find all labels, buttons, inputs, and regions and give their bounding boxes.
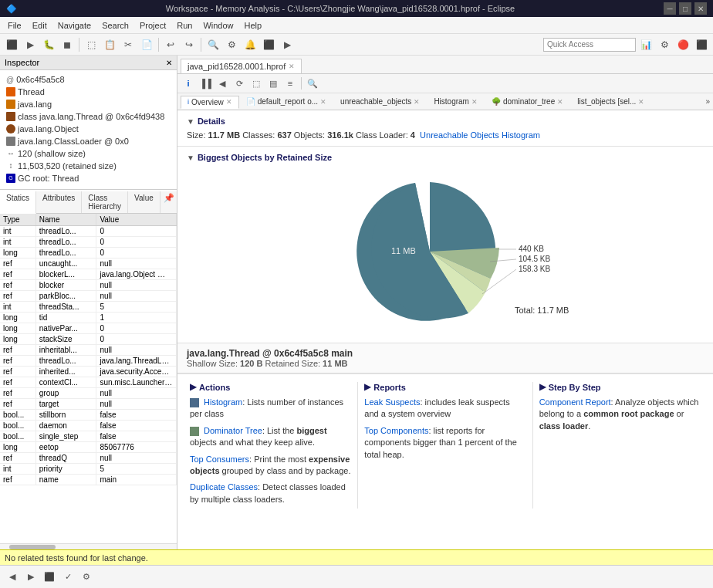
inner-tab-dominator-close[interactable]: ✕: [557, 98, 563, 106]
inner-tab-list-objects[interactable]: list_objects [sel... ✕: [570, 95, 651, 108]
hprof-btn-search[interactable]: 🔍: [305, 76, 320, 91]
h-scrollbar-thumb[interactable]: [9, 545, 56, 549]
table-row[interactable]: intthreadLo...0: [0, 226, 177, 237]
table-row[interactable]: longnativePar...0: [0, 323, 177, 334]
tab-class-hierarchy[interactable]: Class Hierarchy: [82, 191, 128, 213]
toolbar-btn-alert[interactable]: 🔴: [674, 36, 691, 53]
tab-value[interactable]: Value: [128, 191, 161, 213]
toolbar-btn-4[interactable]: ◼: [59, 36, 76, 53]
table-row[interactable]: bool...stillbornfalse: [0, 410, 177, 421]
toolbar-btn-15[interactable]: ▶: [279, 36, 296, 53]
table-row[interactable]: bool...single_stepfalse: [0, 431, 177, 442]
bottom-btn-settings[interactable]: ⚙: [79, 569, 94, 585]
menu-run[interactable]: Run: [172, 19, 197, 32]
menu-project[interactable]: Project: [135, 19, 171, 32]
statics-pin-icon[interactable]: 📌: [161, 191, 177, 213]
menu-help[interactable]: Help: [240, 19, 267, 32]
file-tab[interactable]: java_pid16528.0001.hprof ✕: [181, 59, 302, 73]
menu-file[interactable]: File: [3, 19, 26, 32]
table-row[interactable]: longtid1: [0, 313, 177, 323]
table-row[interactable]: refcontextCl...sun.misc.Launcher$AppCl..…: [0, 377, 177, 388]
table-row[interactable]: longstackSize0: [0, 334, 177, 345]
table-row[interactable]: intpriority5: [0, 464, 177, 475]
tree-item-hex[interactable]: @ 0x6c4f5a5c8: [0, 73, 177, 86]
inner-tab-overview[interactable]: i Overview ✕: [181, 96, 239, 109]
table-row[interactable]: refparkBloc...null: [0, 291, 177, 302]
inner-tab-unreachable[interactable]: unreachable_objects ✕: [333, 95, 427, 108]
toolbar-btn-1[interactable]: ⬛: [3, 36, 20, 53]
tree-item-thread[interactable]: Thread: [0, 86, 177, 98]
inner-tab-histogram-close[interactable]: ✕: [471, 98, 478, 106]
table-row[interactable]: refinheritabl...null: [0, 345, 177, 356]
table-row[interactable]: bool...daemonfalse: [0, 421, 177, 431]
inner-tab-unreachable-close[interactable]: ✕: [414, 98, 420, 106]
tree-item-object[interactable]: java.lang.Object: [0, 123, 177, 135]
bottom-btn-back[interactable]: ◀: [5, 569, 20, 585]
table-row[interactable]: refnamemain: [0, 475, 177, 485]
table-row[interactable]: refuncaught...null: [0, 259, 177, 269]
table-row[interactable]: longthreadLo...0: [0, 248, 177, 259]
leak-suspects-link[interactable]: Leak Suspects: [364, 397, 420, 407]
toolbar-btn-close[interactable]: ⬛: [693, 36, 710, 53]
toolbar-btn-11[interactable]: 🔍: [204, 36, 221, 53]
toolbar-btn-14[interactable]: ⬛: [260, 36, 277, 53]
inner-tab-more[interactable]: »: [705, 97, 710, 106]
tab-statics[interactable]: Statics: [0, 191, 36, 214]
bottom-btn-forward[interactable]: ▶: [23, 569, 39, 585]
bottom-btn-check[interactable]: ✓: [60, 569, 76, 585]
toolbar-btn-10[interactable]: ↪: [181, 36, 198, 53]
tree-item-javalang[interactable]: java.lang: [0, 98, 177, 110]
menu-edit[interactable]: Edit: [28, 19, 52, 32]
toolbar-btn-2[interactable]: ▶: [22, 36, 39, 53]
inner-tab-default-report[interactable]: 📄 default_report o... ✕: [239, 95, 333, 108]
table-row[interactable]: longeetop85067776: [0, 442, 177, 453]
tree-item-classloader[interactable]: java.lang.ClassLoader @ 0x0: [0, 135, 177, 147]
hprof-btn-refresh[interactable]: ⟳: [231, 76, 247, 91]
table-row[interactable]: intthreadSta...5: [0, 302, 177, 313]
toolbar-btn-perspective[interactable]: 📊: [637, 36, 654, 53]
table-row[interactable]: refblockernull: [0, 280, 177, 291]
hprof-btn-list[interactable]: ▤: [265, 76, 281, 91]
tree-item-retained[interactable]: ↕ 11,503,520 (retained size): [0, 160, 177, 172]
details-toggle[interactable]: ▼: [187, 117, 194, 126]
tab-attributes[interactable]: Attributes: [36, 191, 82, 213]
quick-access-input[interactable]: [543, 38, 636, 52]
bottom-btn-stop[interactable]: ⬛: [42, 569, 57, 585]
menu-search[interactable]: Search: [97, 19, 133, 32]
table-row[interactable]: refblockerL...java.lang.Object @ 0x6c4: [0, 269, 177, 280]
duplicate-link[interactable]: Duplicate Classes: [190, 482, 258, 492]
toolbar-btn-6[interactable]: 📋: [101, 36, 118, 53]
table-row[interactable]: intthreadLo...0: [0, 237, 177, 248]
inner-tab-overview-close[interactable]: ✕: [226, 98, 232, 106]
minimize-button[interactable]: ─: [664, 2, 676, 15]
toolbar-btn-12[interactable]: ⚙: [223, 36, 240, 53]
details-unreachable-link[interactable]: Unreachable Objects Histogram: [420, 130, 540, 140]
component-report-link[interactable]: Component Report: [539, 397, 611, 407]
toolbar-btn-5[interactable]: ⬚: [83, 36, 100, 53]
table-row[interactable]: refinherited...java.security.AccessContr…: [0, 367, 177, 377]
toolbar-btn-mem[interactable]: ⚙: [656, 36, 673, 53]
tree-item-shallow[interactable]: ↔ 120 (shallow size): [0, 147, 177, 160]
toolbar-btn-3[interactable]: 🐛: [40, 36, 57, 53]
inner-tab-dominator[interactable]: 🌳 dominator_tree ✕: [485, 95, 570, 108]
inner-tab-histogram[interactable]: Histogram ✕: [427, 95, 485, 108]
toolbar-btn-13[interactable]: 🔔: [242, 36, 259, 53]
close-button[interactable]: ✕: [694, 2, 707, 15]
toolbar-btn-7[interactable]: ✂: [120, 36, 137, 53]
table-row[interactable]: reftargetnull: [0, 399, 177, 410]
maximize-button[interactable]: □: [679, 2, 691, 15]
toolbar-btn-8[interactable]: 📄: [138, 36, 155, 53]
hprof-btn-play[interactable]: ▐▐: [198, 76, 213, 91]
menu-navigate[interactable]: Navigate: [53, 19, 96, 32]
menu-window[interactable]: Window: [198, 19, 238, 32]
inspector-minimize-icon[interactable]: ✕: [166, 59, 172, 67]
h-scrollbar[interactable]: [0, 543, 177, 549]
dominator-link[interactable]: Dominator Tree: [204, 426, 262, 435]
inner-tab-default-close[interactable]: ✕: [320, 98, 326, 106]
inner-tab-list-close[interactable]: ✕: [638, 98, 644, 106]
hprof-btn-back[interactable]: ◀: [215, 76, 230, 91]
hprof-btn-info[interactable]: i: [181, 76, 196, 91]
hprof-btn-snapshot[interactable]: ⬚: [248, 76, 264, 91]
table-row[interactable]: refthreadLo...java.lang.ThreadLocal$Th..…: [0, 356, 177, 367]
file-tab-close[interactable]: ✕: [289, 63, 295, 70]
